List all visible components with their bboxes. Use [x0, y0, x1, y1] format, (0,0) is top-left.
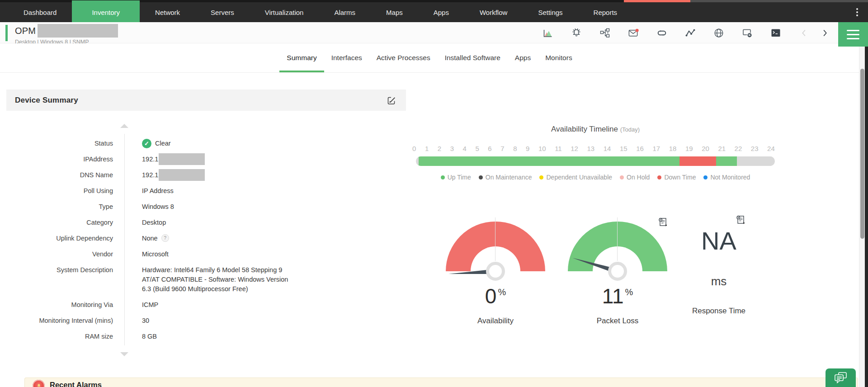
device-tabs: Summary Interfaces Active Processes Inst… [0, 43, 859, 73]
nav-virtualization[interactable]: Virtualization [250, 2, 319, 22]
hour-label: 2 [438, 145, 441, 152]
hour-label: 8 [513, 145, 517, 152]
email-icon[interactable] [628, 28, 639, 38]
field-label: System Description [6, 265, 113, 294]
legend-dot [620, 175, 624, 179]
packet-loss-unit: % [625, 287, 633, 297]
availability-value: 0 [485, 284, 497, 308]
status-accent-bar [5, 25, 8, 41]
hour-label: 6 [488, 145, 491, 152]
field-value: 30 [142, 316, 149, 326]
availability-label: Availability [446, 316, 545, 326]
chevron-left-icon[interactable] [799, 28, 810, 38]
field-value: Hardware: Intel64 Family 6 Model 58 Step… [142, 266, 288, 293]
hour-label: 5 [475, 145, 479, 152]
nav-dashboard[interactable]: Dashboard [8, 2, 72, 22]
scroll-up-arrow-icon[interactable] [120, 124, 128, 128]
response-time-widget: NA ms Response Time [668, 226, 769, 316]
field-row-category: Category Desktop [6, 218, 332, 234]
field-row-uplink: Uplink Dependency None ? [6, 234, 332, 250]
nav-maps[interactable]: Maps [371, 2, 418, 22]
field-label: IPAddress [6, 155, 113, 170]
availability-gauge: 0% Availability [446, 222, 545, 326]
header-toolbar [542, 22, 830, 43]
field-row-sysdesc: System Description Hardware: Intel64 Fam… [6, 265, 332, 294]
hour-label: 3 [450, 145, 454, 152]
timeline-segment-remaining [737, 156, 772, 166]
nav-apps[interactable]: Apps [418, 2, 464, 22]
field-row-status: Status ✓ Clear [6, 139, 332, 155]
timeline-hours: 0123456789101112131415161718192021222324 [412, 145, 775, 152]
hour-label: 9 [526, 145, 529, 152]
field-label: DNS Name [6, 170, 113, 186]
timeline-legend: Up Time On Maintenance Dependent Unavail… [416, 174, 775, 181]
scrollbar-track[interactable] [859, 43, 865, 387]
edit-icon[interactable] [386, 95, 396, 105]
legend-dependent-unavailable: Dependent Unavailable [539, 174, 612, 181]
tab-monitors[interactable]: Monitors [538, 43, 579, 72]
nav-workflow[interactable]: Workflow [464, 2, 523, 22]
nav-network[interactable]: Network [140, 2, 195, 22]
field-row-moninterval: Monitoring Interval (mins) 30 [6, 316, 332, 332]
nav-settings[interactable]: Settings [523, 2, 578, 22]
hour-label: 17 [652, 145, 660, 152]
nav-alarms[interactable]: Alarms [319, 2, 371, 22]
hour-label: 13 [587, 145, 595, 152]
legend-dot [657, 175, 661, 179]
nav-reports[interactable]: Reports [578, 2, 633, 22]
hamburger-menu-button[interactable] [838, 22, 868, 47]
hour-label: 22 [735, 145, 742, 152]
field-value: ICMP [142, 300, 158, 310]
field-row-vendor: Vendor Microsoft [6, 250, 332, 265]
hour-label: 20 [702, 145, 709, 152]
help-icon[interactable]: ? [161, 234, 169, 242]
field-label: Poll Using [6, 186, 113, 202]
tab-summary[interactable]: Summary [279, 43, 324, 72]
kebab-menu-icon[interactable] [846, 2, 868, 22]
alarm-bell-icon[interactable] [571, 28, 582, 38]
field-row-ipaddress: IPAddress 192.1 [6, 155, 332, 170]
field-label: Status [6, 139, 113, 155]
legend-dot [479, 175, 483, 179]
hour-label: 23 [751, 145, 759, 152]
legend-up-time: Up Time [441, 174, 471, 181]
field-row-pollusing: Poll Using IP Address [6, 186, 332, 202]
tab-installed-software[interactable]: Installed Software [438, 43, 508, 72]
redacted-value [159, 153, 205, 165]
active-tab-underline [279, 71, 324, 72]
field-value: Desktop [142, 218, 166, 227]
report-icon[interactable] [658, 217, 668, 227]
hour-label: 1 [425, 145, 429, 152]
tab-active-processes[interactable]: Active Processes [369, 43, 438, 72]
globe-icon[interactable] [713, 28, 724, 38]
legend-on-maintenance: On Maintenance [479, 174, 532, 181]
gauge-tick [495, 217, 495, 261]
scrollbar-thumb[interactable] [860, 69, 864, 239]
tab-interfaces[interactable]: Interfaces [324, 43, 369, 72]
suppress-loop-icon[interactable] [656, 28, 667, 38]
hour-label: 10 [538, 145, 546, 152]
tab-apps[interactable]: Apps [508, 43, 538, 72]
hour-label: 18 [669, 145, 677, 152]
scroll-down-arrow-icon[interactable] [120, 352, 128, 356]
chat-button[interactable] [826, 368, 856, 387]
hour-label: 14 [604, 145, 611, 152]
hour-label: 12 [571, 145, 578, 152]
nav-inventory[interactable]: Inventory [72, 0, 140, 22]
field-value: Windows 8 [142, 202, 174, 212]
gauge-knob [486, 262, 505, 281]
remote-session-icon[interactable] [742, 28, 753, 38]
redacted-device-name [38, 24, 118, 38]
field-value: 192.1 [142, 155, 158, 164]
chevron-right-icon[interactable] [819, 28, 830, 38]
response-graph-icon[interactable] [685, 28, 696, 38]
hour-label: 15 [620, 145, 627, 152]
gauge-knob [608, 262, 627, 281]
terminal-icon[interactable] [770, 28, 781, 38]
legend-on-hold: On Hold [620, 174, 650, 181]
workflow-icon[interactable] [599, 28, 610, 38]
nav-servers[interactable]: Servers [195, 2, 250, 22]
field-label: Uplink Dependency [6, 234, 113, 250]
report-icon[interactable] [736, 215, 745, 225]
performance-chart-icon[interactable] [542, 28, 553, 38]
